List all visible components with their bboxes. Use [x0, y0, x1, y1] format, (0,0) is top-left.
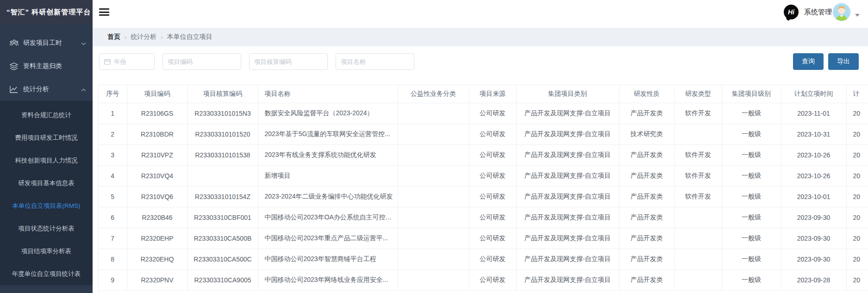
cell-3-8: 软件开发 [674, 165, 722, 186]
cell-5-7: 产品开发类 [619, 207, 674, 228]
cell-6-5: 公司研发 [469, 228, 516, 249]
export-button[interactable]: 导出 [828, 53, 859, 70]
table-row-5[interactable]: 6R2320B46R23303310CBF001中国移动公司2023年OA办公系… [99, 207, 868, 228]
table-row-1[interactable]: 2R2310BDRR233033101015202023年基于5G流量的车联网安… [99, 124, 868, 144]
breadcrumb-item-1[interactable]: 统计分析 [131, 33, 156, 41]
breadcrumb: 首页›统计分析›本单位自立项目 [93, 28, 868, 46]
sidebar-item-2[interactable]: 科技创新项目人力情况 [0, 149, 93, 172]
cell-8-6: 产品开发及现网支撑-自立项目 [516, 269, 619, 290]
column-header-5: 项目来源 [469, 85, 516, 103]
sidebar-item-0[interactable]: 资料合规汇总统计 [0, 104, 93, 126]
sidebar-section-2[interactable]: 统计分析 [0, 78, 93, 101]
cell-3-7: 产品开发类 [619, 165, 674, 186]
cell-6-1: R2320EHP [127, 228, 187, 249]
filter-input-2[interactable] [254, 58, 323, 65]
table-row-7[interactable]: 8R2320EHQR23303310CA500C中国移动公司2023年智慧商铺平… [99, 249, 868, 269]
filter-input-3[interactable] [341, 58, 409, 65]
cell-5-5: 公司研发 [469, 207, 516, 228]
cell-5-4 [398, 207, 469, 228]
user-name: 系统管理 [804, 8, 832, 17]
cell-0-9: 一般级 [722, 103, 781, 124]
column-header-1: 项目编码 [127, 85, 187, 103]
breadcrumb-separator: › [125, 34, 126, 41]
cell-2-10: 2023-10-26 [781, 144, 846, 165]
cell-2-7: 产品开发类 [619, 144, 674, 165]
cell-4-1: R2310VQ6 [127, 186, 187, 207]
cell-3-1: R2310VQ4 [127, 165, 187, 186]
cell-5-9: 一般级 [722, 207, 781, 228]
cell-7-11: 20 [846, 249, 868, 269]
cell-0-6: 产品开发及现网支撑-自立项目 [516, 103, 619, 124]
cell-5-11: 20 [846, 207, 868, 228]
cell-2-6: 产品开发及现网支撑-自立项目 [516, 144, 619, 165]
cell-5-10: 2023-09-30 [781, 207, 846, 228]
cell-4-2: R2330331010154Z [187, 186, 258, 207]
table-row-2[interactable]: 3R2310VPZR233033101015382023年有线业务支撑系统功能优… [99, 144, 868, 165]
hamburger-icon[interactable] [98, 7, 110, 17]
cell-8-9: 一般级 [722, 269, 781, 290]
cell-6-9: 一般级 [722, 228, 781, 249]
table-row-8[interactable]: 9R2320PNVR23303310CA9005中国移动公司2023年网络线业务… [99, 269, 868, 290]
cell-3-2 [187, 165, 258, 186]
table-row-6[interactable]: 7R2320EHPR23303310CA500B中国移动公司2023年重点产品二… [99, 228, 868, 249]
filter-input-wrap-2 [249, 53, 328, 70]
cell-0-5: 公司研发 [469, 103, 516, 124]
cell-8-7: 产品开发类 [619, 269, 674, 290]
calendar-icon [104, 58, 111, 65]
sidebar-item-3[interactable]: 研发项目基本信息表 [0, 172, 93, 194]
cell-6-11: 20 [846, 228, 868, 249]
sidebar-section-1[interactable]: 资料主题归类 [0, 55, 93, 78]
cell-2-2: R23303310101538 [187, 144, 258, 165]
avatar[interactable] [833, 3, 850, 21]
cell-4-4 [398, 186, 469, 207]
table-header-row: 序号项目编码项目核算编码项目名称公益性业务分类项目来源集团项目类别研发性质研发类… [99, 85, 868, 103]
filter-row: 查询 导出 [99, 53, 859, 70]
chevron-up-icon [81, 86, 86, 93]
sidebar-item-7[interactable]: 年度单位自立项目统计表 [0, 262, 93, 285]
filter-input-wrap-1 [162, 53, 241, 70]
user-area[interactable]: Hi 系统管理 [784, 3, 868, 21]
cell-6-6: 产品开发及现网支撑-自立项目 [516, 228, 619, 249]
table-row-0[interactable]: 1R23106GSR233033101015N3数据安全风险监督平台（2023-… [99, 103, 868, 124]
column-header-4: 公益性业务分类 [398, 85, 469, 103]
filter-input-wrap-3 [336, 53, 414, 70]
breadcrumb-item-0[interactable]: 首页 [107, 33, 120, 41]
cell-8-0: 9 [99, 269, 127, 290]
sidebar-section-0[interactable]: 研发项目工时 [0, 31, 93, 55]
cell-4-6: 产品开发及现网支撑-自立项目 [516, 186, 619, 207]
filter-input-0[interactable] [114, 58, 150, 65]
cell-1-3: 2023年基于5G流量的车联网安全运营管控... [258, 124, 398, 144]
cell-6-2: R23303310CA500B [187, 228, 258, 249]
sidebar-item-1[interactable]: 费用项目研发工时情况 [0, 126, 93, 149]
cell-4-3: 2023-2024年二级业务编排中心功能优化研发 [258, 186, 398, 207]
cell-1-7: 技术研究类 [619, 124, 674, 144]
caret-down-icon[interactable] [855, 14, 860, 17]
cell-5-6: 产品开发及现网支撑-自立项目 [516, 207, 619, 228]
sidebar-item-5[interactable]: 项目状态统计分析表 [0, 217, 93, 240]
cell-0-10: 2023-11-01 [781, 103, 846, 124]
cell-7-1: R2320EHQ [127, 249, 187, 269]
cell-4-11: 20 [846, 186, 868, 207]
query-button[interactable]: 查询 [793, 53, 824, 70]
cell-6-4 [398, 228, 469, 249]
cell-7-6: 产品开发及现网支撑-自立项目 [516, 249, 619, 269]
cell-2-1: R2310VPZ [127, 144, 187, 165]
table-row-3[interactable]: 4R2310VQ4新增项目公司研发产品开发及现网支撑-自立项目产品开发类软件开发… [99, 165, 868, 186]
table-row-4[interactable]: 5R2310VQ6R2330331010154Z2023-2024年二级业务编排… [99, 186, 868, 207]
cell-1-1: R2310BDR [127, 124, 187, 144]
app-logo-title: “智汇” 科研创新管理平台 [0, 0, 93, 24]
column-header-6: 集团项目类别 [516, 85, 619, 103]
column-header-0: 序号 [99, 85, 127, 103]
cell-2-8: 软件开发 [674, 144, 722, 165]
cell-6-10: 2023-09-30 [781, 228, 846, 249]
line-chart-icon [9, 85, 19, 94]
cell-8-2: R23303310CA9005 [187, 269, 258, 290]
column-header-7: 研发性质 [619, 85, 674, 103]
sidebar-item-4-active[interactable]: 本单位自立项目表(RMS) [0, 194, 93, 217]
sidebar-item-6[interactable]: 项目结项率分析表 [0, 240, 93, 262]
column-header-9: 集团项目级别 [722, 85, 781, 103]
sidebar-nav: 研发项目工时资料主题归类统计分析 资料合规汇总统计费用项目研发工时情况科技创新项… [0, 24, 93, 293]
filter-input-1[interactable] [168, 58, 236, 65]
cell-3-10: 2023-10-26 [781, 165, 846, 186]
cell-3-6: 产品开发及现网支撑-自立项目 [516, 165, 619, 186]
